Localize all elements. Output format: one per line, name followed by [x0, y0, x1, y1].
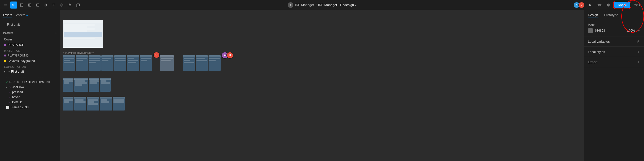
share-button[interactable]: Share	[614, 2, 630, 8]
layer-user-row[interactable]: ▾ ◇ User row	[0, 85, 60, 90]
section-material: MATERIAL	[0, 48, 60, 53]
canvas-user-avatar-1[interactable]: U	[153, 52, 160, 58]
breadcrumb-separator: /	[316, 3, 317, 7]
canvas-avatar-red[interactable]: U	[226, 52, 233, 59]
frame-row3-5	[113, 97, 125, 111]
multiplayer-button[interactable]	[605, 2, 612, 9]
frames-row-3	[63, 97, 125, 111]
breadcrumb-page: First draft	[7, 23, 20, 26]
frame-row3-1	[63, 97, 73, 111]
menu-icon[interactable]	[2, 2, 9, 9]
project-name: IDP Manager	[295, 3, 314, 7]
layer-ready-for-dev[interactable]: ✓ READY FOR DEVELOPMENT	[0, 80, 60, 85]
frame-icon: ⬜	[6, 106, 10, 109]
frame-tool-icon[interactable]	[26, 2, 33, 9]
move-tool-icon[interactable]	[10, 2, 17, 9]
frame-row3-2	[74, 97, 86, 111]
svg-rect-11	[36, 4, 39, 6]
layer-frame-12630[interactable]: ⬜ Frame 12630	[0, 105, 60, 110]
shape-tool-icon[interactable]	[34, 2, 41, 9]
frame-body	[63, 23, 103, 40]
toolbar-left	[2, 2, 82, 9]
layer-hover[interactable]: ◇ hover	[0, 95, 60, 100]
export-add-button[interactable]: +	[637, 60, 640, 65]
canvas-avatar-pair: A U	[221, 55, 235, 62]
export-label: Export	[588, 60, 597, 64]
frame-blue-4	[101, 55, 113, 71]
page-color-swatch[interactable]	[588, 28, 593, 33]
export-row: Export +	[584, 57, 644, 67]
local-variables-settings-button[interactable]: ⇄	[636, 39, 640, 44]
component-icon: ◇	[9, 96, 11, 99]
comment-tool-icon[interactable]	[74, 2, 82, 9]
right-sidebar-tabs: Design Prototype	[584, 10, 644, 20]
page-opacity-value: 100%	[627, 29, 635, 32]
page-item-gayatris[interactable]: Gayatris Playground	[0, 58, 60, 64]
component-icon: ◇	[9, 101, 11, 104]
tab-design[interactable]: Design	[588, 12, 598, 18]
frame-blue-6	[127, 55, 139, 71]
frame-row2-2	[74, 78, 88, 92]
code-view-button[interactable]: </>	[596, 2, 603, 9]
svg-point-12	[61, 5, 62, 6]
page-item-first-draft[interactable]: ▾ → First draft	[0, 69, 60, 74]
layer-default[interactable]: ◇ Default	[0, 100, 60, 105]
page-properties: 686868 100% 👁	[588, 28, 640, 33]
frame-blue-1	[63, 55, 75, 71]
svg-rect-5	[22, 4, 23, 4]
local-variables-label: Local variables	[588, 40, 610, 43]
pages-title: Pages	[3, 32, 13, 35]
local-styles-row: Local styles +	[584, 47, 644, 57]
layer-pressed[interactable]: ◇ pressed	[0, 90, 60, 95]
local-variables-actions: ⇄	[636, 39, 640, 44]
frame-row3-3	[87, 97, 99, 111]
page-color-value: 686868	[595, 29, 625, 32]
hand-tool-icon[interactable]	[66, 2, 73, 9]
text-tool-icon[interactable]	[50, 2, 57, 9]
frame-blue-10	[196, 55, 208, 71]
frame-blue-7	[140, 55, 152, 71]
local-styles-label: Local styles	[588, 50, 605, 54]
svg-rect-4	[20, 4, 21, 4]
tab-assets[interactable]: Assets	[16, 12, 28, 18]
expand-arrow-icon: ▾	[6, 86, 7, 89]
svg-rect-1	[4, 5, 7, 5]
expand-arrow-icon: ▾	[4, 70, 5, 73]
page-section-title: Page	[588, 23, 640, 26]
assets-badge	[26, 15, 28, 16]
page-item-playground[interactable]: PLAYGROUND	[0, 53, 60, 58]
page-section: Page 686868 100% 👁	[584, 20, 644, 36]
sidebar-tabs: Layers Assets	[0, 10, 60, 20]
scale-tool-icon[interactable]	[18, 2, 25, 9]
layers-list: · · · · · · · · · · · · · · · · · · · · …	[0, 75, 60, 161]
svg-rect-2	[4, 6, 7, 6]
page-item-research[interactable]: RESEARCH	[0, 42, 60, 48]
frame-blue-9	[183, 55, 195, 71]
add-page-button[interactable]: +	[55, 31, 57, 35]
page-item-cover[interactable]: Cover	[0, 37, 60, 42]
local-styles-add-button[interactable]: +	[637, 49, 640, 54]
right-sidebar: Design Prototype Page 686868 100% 👁 Loca…	[584, 10, 644, 161]
zoom-display[interactable]: 6% ▾	[632, 3, 642, 8]
visibility-icon[interactable]: 👁	[637, 29, 640, 32]
pages-header: Pages +	[0, 29, 60, 36]
frame-row2-4	[100, 78, 111, 92]
export-actions: +	[637, 60, 640, 65]
component-tool-icon[interactable]	[58, 2, 65, 9]
pen-tool-icon[interactable]	[42, 2, 49, 9]
svg-rect-0	[4, 4, 7, 5]
file-name[interactable]: IDP Manager - Redesign ▾	[318, 3, 356, 7]
frame-row2-1	[63, 78, 73, 92]
frame-row2-3	[89, 78, 99, 92]
present-button[interactable]: ▶	[587, 2, 594, 9]
canvas-area[interactable]: READY FOR DEVELOPMENT	[60, 10, 584, 161]
frame-blue-2	[76, 55, 88, 71]
chevron-down-icon: ▾	[355, 4, 356, 7]
left-sidebar: Layers Assets → First draft Pages + Cove…	[0, 10, 60, 161]
tab-layers[interactable]: Layers	[3, 12, 12, 18]
topbar-right: A U ▶ </> Share 6% ▾	[573, 2, 642, 9]
local-variables-row: Local variables ⇄	[584, 36, 644, 47]
frame-cover	[63, 20, 103, 48]
breadcrumb: T IDP Manager / IDP Manager - Redesign ▾	[288, 2, 356, 8]
tab-prototype[interactable]: Prototype	[604, 12, 618, 18]
